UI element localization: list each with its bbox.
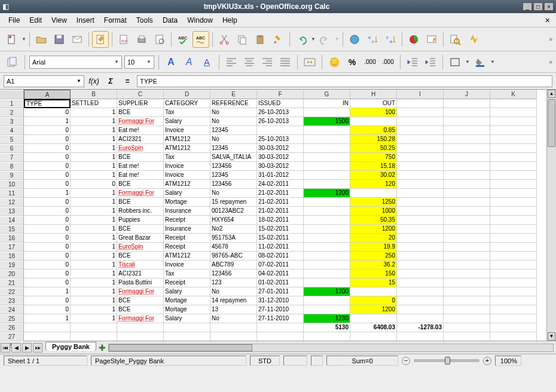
row-header[interactable]: 8 [0,162,23,171]
cell[interactable]: No2 [210,225,257,234]
sort-asc-button[interactable]: az [364,31,381,48]
cell[interactable] [164,323,210,332]
function-wizard-button[interactable]: f(x) [87,77,101,85]
cell[interactable] [490,261,537,270]
cell[interactable] [444,207,490,216]
cell[interactable]: Tax [164,108,210,117]
cell[interactable] [397,296,444,305]
row-header[interactable]: 15 [0,225,23,234]
cell[interactable] [304,180,350,189]
cell[interactable] [444,144,490,153]
row-header[interactable]: 9 [0,171,23,180]
cell[interactable] [490,278,537,287]
cell[interactable]: 15 repaymen [210,198,257,207]
cell[interactable]: Tax [164,270,210,278]
cell[interactable] [350,117,397,126]
cell[interactable] [490,117,537,126]
cell[interactable]: 250 [350,252,397,261]
cell[interactable]: 123 [210,278,257,287]
cell[interactable]: Pasta Buttini [117,278,164,287]
row-header[interactable]: 12 [0,198,23,207]
cell[interactable] [350,314,397,323]
cell[interactable]: 30-03-2012 [257,144,304,153]
align-center-button[interactable] [242,55,257,69]
cell[interactable] [304,207,350,216]
cell[interactable]: 1 [24,287,71,296]
underline-button[interactable]: A [199,55,215,69]
cell[interactable] [490,135,537,144]
cell[interactable]: 27-11-2010 [257,314,304,323]
cell[interactable]: Formaggi For [117,189,164,198]
cell[interactable]: 15.18 [350,162,397,171]
cell[interactable]: 1 [71,243,117,252]
cell[interactable] [444,216,490,225]
cell[interactable] [490,234,537,243]
cell[interactable]: Salary [164,287,210,296]
cell[interactable]: 45678 [210,243,257,252]
cell[interactable] [490,305,537,314]
row-header[interactable]: 5 [0,135,23,144]
cell[interactable] [397,278,444,287]
increase-indent-button[interactable] [423,55,438,69]
cell[interactable] [350,332,397,341]
cell[interactable]: 21-02-2011 [257,207,304,216]
zoom-level[interactable]: 100% [495,356,521,366]
cell[interactable]: 1 [71,225,117,234]
row-header[interactable]: 4 [0,126,23,135]
italic-button[interactable]: A [181,55,197,69]
cell[interactable]: 1 [71,305,117,314]
cell[interactable] [444,171,490,180]
cell[interactable] [304,108,350,117]
cell[interactable] [444,323,490,332]
column-header[interactable]: J [444,90,490,99]
cell[interactable] [444,126,490,135]
cell[interactable]: Invoice [164,171,210,180]
cell[interactable] [490,296,537,305]
cell[interactable]: Puppies [117,216,164,225]
zoom-slider[interactable] [414,359,479,362]
borders-button[interactable] [447,55,463,69]
cell[interactable]: 19.9 [350,243,397,252]
column-header[interactable]: B [71,90,117,99]
cell[interactable]: 13 [210,305,257,314]
align-right-button[interactable] [259,55,275,69]
cell[interactable]: 100 [350,108,397,117]
cell[interactable] [304,144,350,153]
cell[interactable]: 24-02-2011 [257,180,304,189]
row-header[interactable]: 22 [0,287,23,296]
cell[interactable] [164,332,210,341]
cell[interactable]: 15-02-2011 [257,234,304,243]
row-header[interactable]: 2 [0,108,23,117]
cell[interactable]: 1 [71,144,117,153]
cell[interactable] [210,323,257,332]
cell[interactable]: 1 [71,153,117,162]
formula-input[interactable]: TYPE [137,75,552,87]
cell[interactable] [444,270,490,278]
cell[interactable]: Receipt [164,278,210,287]
cell[interactable]: ISSUED [257,99,304,108]
print-button[interactable] [133,31,150,48]
row-header[interactable]: 10 [0,180,23,189]
first-sheet-button[interactable]: ⏮ [1,343,10,353]
cell[interactable]: 6408.03 [350,323,397,332]
cell[interactable]: 0 [24,126,71,135]
cell[interactable] [490,171,537,180]
cell[interactable]: 5130 [304,323,350,332]
cell[interactable]: 1 [71,287,117,296]
email-button[interactable] [69,31,85,48]
copy-button[interactable] [234,31,250,48]
sheet-tab[interactable]: Pyggy Bank [45,342,96,351]
minimize-button[interactable]: _ [523,2,532,11]
cell[interactable]: 1 [24,117,71,126]
currency-button[interactable]: 🪙 [326,55,342,69]
select-all-corner[interactable] [0,90,23,99]
cell[interactable] [397,270,444,278]
print-preview-button[interactable] [151,31,168,48]
cell[interactable]: 0 [24,296,71,305]
cell[interactable]: 12345 [210,126,257,135]
cell[interactable]: 26-10-2013 [257,108,304,117]
selection-mode[interactable] [283,356,307,366]
cell[interactable]: Insurance [164,207,210,216]
row-header[interactable]: 11 [0,189,23,198]
cell[interactable] [304,305,350,314]
